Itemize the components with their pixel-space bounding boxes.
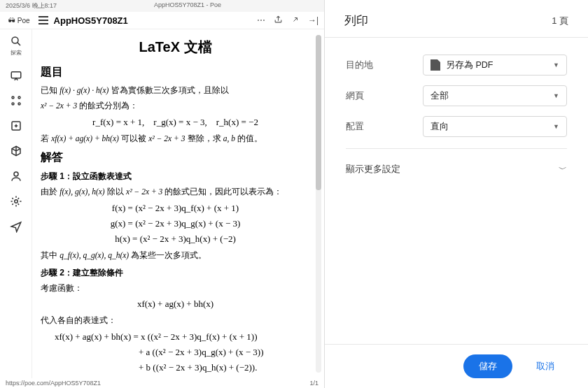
hamburger-icon[interactable] bbox=[38, 16, 48, 24]
preview-footer: https://poe.com/AppHOS5Y708Z1 1/1 bbox=[0, 378, 324, 388]
step2-text1: 考慮函數： bbox=[41, 282, 310, 294]
sidebar-explore-label: 探索 bbox=[10, 49, 22, 57]
sidebar-item-add[interactable] bbox=[10, 120, 22, 132]
svg-rect-1 bbox=[11, 72, 21, 78]
more-settings-toggle[interactable]: 顯示更多設定 ﹀ bbox=[346, 153, 567, 185]
destination-label: 目的地 bbox=[346, 59, 423, 71]
preview-tabtitle: AppHOS5Y708Z1 - Poe bbox=[154, 1, 221, 10]
svg-point-8 bbox=[14, 200, 18, 203]
equation-remainders: r_f(x) = x + 1, r_g(x) = x − 3, r_h(x) =… bbox=[41, 117, 310, 128]
preview-pageno: 1/1 bbox=[309, 380, 318, 387]
separator bbox=[346, 148, 567, 149]
step-1-heading: 步驟 1：設立函數表達式 bbox=[41, 171, 310, 182]
pages-label: 網頁 bbox=[346, 89, 423, 102]
step-2-heading: 步驟 2：建立整除條件 bbox=[41, 267, 310, 279]
apps-icon bbox=[10, 94, 22, 107]
scrollbar[interactable] bbox=[316, 35, 321, 373]
problem-line3: 若 xf(x) + ag(x) + bh(x) 可以被 x² − 2x + 3 … bbox=[41, 132, 310, 145]
panel-title: 列印 bbox=[344, 13, 368, 29]
profile-icon bbox=[10, 170, 22, 182]
plus-square-icon bbox=[10, 120, 22, 132]
pdf-icon bbox=[430, 59, 440, 71]
app-title: AppHOS5Y708Z1 bbox=[54, 15, 251, 26]
svg-point-4 bbox=[12, 103, 14, 105]
more-icon[interactable]: ⋯ bbox=[257, 15, 265, 25]
print-panel: 列印 1 頁 目的地 另存為 PDF ▼ 網頁 全部 ▼ 配置 直向 ▼ bbox=[325, 0, 588, 388]
preview-url: https://poe.com/AppHOS5Y708Z1 bbox=[6, 380, 101, 387]
equation-expand-3: + b ((x² − 2x + 3)q_h(x) + (−2)). bbox=[41, 362, 310, 373]
layout-value: 直向 bbox=[430, 121, 449, 133]
equation-f: f(x) = (x² − 2x + 3)q_f(x) + (x + 1) bbox=[41, 203, 310, 214]
step1-qnote: 其中 q_f(x), q_g(x), q_h(x) 為某些一次多項式。 bbox=[41, 249, 310, 261]
cancel-button[interactable]: 取消 bbox=[521, 354, 570, 378]
destination-value: 另存為 PDF bbox=[446, 59, 493, 71]
layout-select[interactable]: 直向 ▼ bbox=[423, 116, 567, 137]
magnifier-icon bbox=[10, 35, 22, 48]
pages-value: 全部 bbox=[430, 90, 449, 102]
cube-icon bbox=[10, 145, 22, 157]
chevron-down-icon: ▼ bbox=[553, 62, 559, 69]
preview-datetime: 2025/3/6 晚上8:17 bbox=[6, 1, 57, 10]
section-solution: 解答 bbox=[41, 150, 310, 165]
sidebar-item-cube[interactable] bbox=[10, 145, 22, 157]
sidebar-item-explore[interactable]: 探索 bbox=[10, 35, 22, 57]
svg-point-7 bbox=[14, 172, 18, 176]
equation-combo: xf(x) + ag(x) + bh(x) bbox=[41, 299, 310, 310]
sidebar-item-profile[interactable] bbox=[10, 170, 22, 182]
problem-line1: 已知 f(x) · g(x) · h(x) 皆為實係數三次多項式，且除以 bbox=[41, 84, 310, 96]
save-button[interactable]: 儲存 bbox=[463, 354, 512, 378]
scrollbar-thumb[interactable] bbox=[316, 35, 321, 190]
skip-end-icon[interactable]: →| bbox=[308, 15, 318, 25]
chevron-down-icon: ﹀ bbox=[559, 164, 567, 175]
preview-meta: 2025/3/6 晚上8:17 AppHOS5Y708Z1 - Poe bbox=[0, 0, 324, 12]
sidebar-item-chat[interactable] bbox=[10, 69, 22, 82]
doc-title: LaTeX 文檔 bbox=[41, 38, 310, 57]
sidebar-item-apps[interactable] bbox=[10, 94, 22, 107]
svg-point-0 bbox=[12, 37, 18, 43]
svg-point-3 bbox=[18, 96, 20, 99]
document-viewport: LaTeX 文檔 題目 已知 f(x) · g(x) · h(x) 皆為實係數三… bbox=[32, 29, 324, 378]
sidebar-item-settings[interactable] bbox=[10, 195, 22, 208]
svg-point-2 bbox=[12, 96, 14, 99]
poe-home-button[interactable]: 🕶 Poe bbox=[6, 15, 33, 26]
sidebar-item-send[interactable] bbox=[10, 220, 22, 233]
equation-h: h(x) = (x² − 2x + 3)q_h(x) + (−2) bbox=[41, 233, 310, 245]
destination-select[interactable]: 另存為 PDF ▼ bbox=[423, 55, 567, 76]
chevron-down-icon: ▼ bbox=[553, 92, 559, 99]
equation-expand-2: + a ((x² − 2x + 3)q_g(x) + (x − 3)) bbox=[41, 347, 310, 358]
panel-page-count: 1 頁 bbox=[552, 15, 568, 27]
problem-line2: x² − 2x + 3 的餘式分別為： bbox=[41, 99, 310, 112]
share-icon[interactable] bbox=[274, 15, 283, 26]
chat-icon bbox=[10, 69, 22, 82]
equation-expand-1: xf(x) + ag(x) + bh(x) = x ((x² − 2x + 3)… bbox=[41, 331, 310, 343]
pages-select[interactable]: 全部 ▼ bbox=[423, 85, 567, 106]
gear-icon bbox=[10, 195, 22, 208]
svg-point-5 bbox=[18, 103, 20, 105]
chevron-down-icon: ▼ bbox=[553, 123, 559, 130]
step2-text2: 代入各自的表達式： bbox=[41, 314, 310, 326]
layout-label: 配置 bbox=[346, 120, 423, 133]
separator bbox=[325, 37, 588, 38]
send-icon bbox=[10, 220, 22, 233]
step1-text: 由於 f(x), g(x), h(x) 除以 x² − 2x + 3 的餘式已知… bbox=[41, 185, 310, 198]
sidebar: 探索 bbox=[0, 29, 32, 378]
equation-g: g(x) = (x² − 2x + 3)q_g(x) + (x − 3) bbox=[41, 218, 310, 229]
app-header: 🕶 Poe AppHOS5Y708Z1 ⋯ →| bbox=[0, 12, 324, 29]
section-problem: 題目 bbox=[41, 65, 310, 80]
print-preview-pane: 2025/3/6 晚上8:17 AppHOS5Y708Z1 - Poe 🕶 Po… bbox=[0, 0, 325, 388]
more-settings-label: 顯示更多設定 bbox=[346, 163, 400, 175]
popout-icon[interactable] bbox=[291, 15, 300, 26]
